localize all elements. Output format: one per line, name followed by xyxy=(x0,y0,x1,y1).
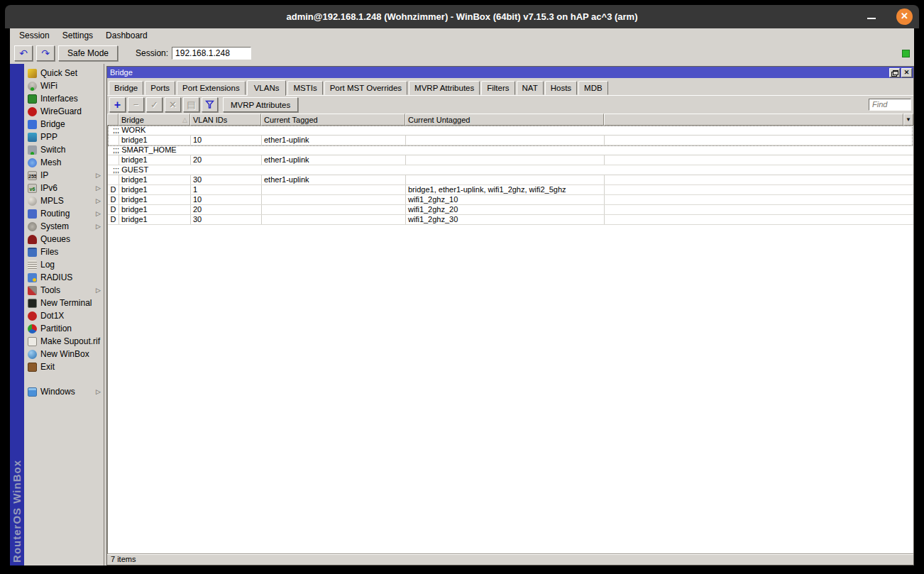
cell-filler xyxy=(605,205,913,214)
bridge-window-titlebar[interactable]: Bridge ✕ xyxy=(107,67,913,78)
minimize-button[interactable] xyxy=(861,5,882,28)
sidebar-item-ipv6[interactable]: v6IPv6▷ xyxy=(24,182,104,194)
tab-port-extensions[interactable]: Port Extensions xyxy=(177,81,246,95)
sidebar-item-ip[interactable]: 255IP▷ xyxy=(24,169,104,182)
cell-current-untagged: wifi1_2ghz_20 xyxy=(406,205,605,214)
table-row[interactable]: Dbridge120wifi1_2ghz_20 xyxy=(108,205,913,215)
session-input[interactable]: 192.168.1.248 xyxy=(172,47,251,60)
sidebar-item-partition[interactable]: Partition xyxy=(24,322,104,335)
sidebar-item-dot1x[interactable]: Dot1X xyxy=(24,309,104,322)
os-window-title: admin@192.168.1.248 (Wohnzimmer) - WinBo… xyxy=(5,5,919,28)
sidebar-item-system[interactable]: System▷ xyxy=(24,220,104,233)
sidebar-item-bridge[interactable]: Bridge xyxy=(24,118,104,131)
bridge-icon xyxy=(28,120,37,129)
sidebar-item-label: WireGuard xyxy=(40,106,82,116)
files-icon xyxy=(28,248,37,257)
safe-mode-button[interactable]: Safe Mode xyxy=(58,45,118,61)
table-row[interactable]: bridge110ether1-uplink xyxy=(108,136,913,145)
tab-hosts[interactable]: Hosts xyxy=(545,81,577,95)
sidebar-item-wireguard[interactable]: WireGuard xyxy=(24,105,104,118)
sidebar-item-label: Partition xyxy=(40,324,72,333)
table-row[interactable]: bridge120ether1-uplink xyxy=(108,155,913,165)
sidebar-item-label: Bridge xyxy=(40,119,65,129)
tab-bridge[interactable]: Bridge xyxy=(109,81,143,95)
sidebar-item-label: Exit xyxy=(40,362,55,372)
comment-row[interactable]: ;;; GUEST xyxy=(108,165,913,175)
table-row[interactable]: Dbridge130wifi1_2ghz_30 xyxy=(108,215,913,225)
sidebar-item-label: System xyxy=(40,221,69,231)
windows-icon xyxy=(28,387,37,397)
mesh-icon xyxy=(28,158,37,167)
sidebar-item-routing[interactable]: Routing▷ xyxy=(24,207,104,220)
sidebar-item-ppp[interactable]: PPP xyxy=(24,131,104,143)
comment-row[interactable]: ;;; SMART_HOME xyxy=(108,145,913,155)
submenu-arrow-icon: ▷ xyxy=(96,197,101,204)
comment-button[interactable]: ▤ xyxy=(183,97,199,112)
sidebar-item-exit[interactable]: Exit xyxy=(24,360,104,373)
column-header-current-untagged[interactable]: Current Untagged xyxy=(405,114,604,126)
column-header-vlan-ids[interactable]: VLAN IDs xyxy=(190,114,261,126)
tab-nat[interactable]: NAT xyxy=(517,81,544,95)
close-button[interactable]: ✕ xyxy=(896,9,913,25)
mvrp-attributes-button[interactable]: MVRP Attributes xyxy=(223,97,298,112)
sidebar-item-label: Mesh xyxy=(40,158,61,167)
disable-button[interactable]: ✕ xyxy=(165,97,181,112)
tab-ports[interactable]: Ports xyxy=(145,81,175,95)
cell-bridge: bridge1 xyxy=(119,136,191,145)
column-header-bridge[interactable]: Bridge△ xyxy=(119,114,190,126)
sidebar-item-tools[interactable]: Tools▷ xyxy=(24,284,104,297)
mpls-icon xyxy=(28,197,37,206)
table-row[interactable]: Dbridge110wifi1_2ghz_10 xyxy=(108,195,913,205)
sidebar-item-label: WiFi xyxy=(40,81,57,91)
sidebar-item-queues[interactable]: Queues xyxy=(24,233,104,245)
cell-vlan-ids: 1 xyxy=(191,185,262,194)
submenu-arrow-icon: ▷ xyxy=(96,388,101,395)
os-titlebar[interactable]: admin@192.168.1.248 (Wohnzimmer) - WinBo… xyxy=(5,5,919,28)
ip-icon: 255 xyxy=(28,171,37,180)
redo-icon: ↷ xyxy=(41,48,50,59)
sidebar-item-new-winbox[interactable]: New WinBox xyxy=(24,348,104,360)
sidebar-item-files[interactable]: Files xyxy=(24,245,104,258)
sidebar-item-interfaces[interactable]: Interfaces xyxy=(24,92,104,105)
sidebar-item-log[interactable]: Log xyxy=(24,258,104,271)
menu-dashboard[interactable]: Dashboard xyxy=(99,29,154,42)
remove-button[interactable]: − xyxy=(128,97,144,112)
cell-filler xyxy=(605,185,913,194)
menubar: SessionSettingsDashboard xyxy=(10,28,914,43)
tab-mstis[interactable]: MSTIs xyxy=(287,81,322,95)
tab-vlans[interactable]: VLANs xyxy=(247,80,287,96)
sidebar-items: Quick SetWiFiInterfacesWireGuardBridgePP… xyxy=(24,67,104,398)
cell-flags xyxy=(108,155,119,165)
sidebar-item-mesh[interactable]: Mesh xyxy=(24,156,104,169)
sidebar-item-make-supout-rif[interactable]: Make Supout.rif xyxy=(24,335,104,348)
sidebar-item-mpls[interactable]: MPLS▷ xyxy=(24,194,104,207)
tab-mvrp-attributes[interactable]: MVRP Attributes xyxy=(409,81,480,95)
make-supout-icon xyxy=(28,337,37,346)
column-select-button[interactable]: ▼ xyxy=(903,114,913,126)
sidebar-item-new-terminal[interactable]: New Terminal xyxy=(24,297,104,309)
table-row[interactable]: Dbridge11bridge1, ether1-uplink, wifi1_2… xyxy=(108,185,913,195)
table-row[interactable]: bridge130ether1-uplink xyxy=(108,175,913,185)
filter-button[interactable] xyxy=(202,97,218,112)
enable-button[interactable]: ✓ xyxy=(146,97,163,112)
comment-row[interactable]: ;;; WORK xyxy=(108,126,913,136)
sidebar-item-wifi[interactable]: WiFi xyxy=(24,79,104,92)
tab-mdb[interactable]: MDB xyxy=(578,81,608,95)
tab-filters[interactable]: Filters xyxy=(481,81,515,95)
menu-session[interactable]: Session xyxy=(13,29,56,42)
find-input[interactable]: Find xyxy=(869,99,911,111)
menu-settings[interactable]: Settings xyxy=(56,29,99,42)
sidebar-item-quick-set[interactable]: Quick Set xyxy=(24,67,104,79)
tab-port-mst-overrides[interactable]: Port MST Overrides xyxy=(324,81,407,95)
redo-button[interactable]: ↷ xyxy=(36,45,55,61)
window-close-button[interactable]: ✕ xyxy=(901,68,912,77)
sidebar-item-windows[interactable]: Windows▷ xyxy=(24,385,104,398)
add-button[interactable]: + xyxy=(109,97,126,112)
column-header-flags[interactable] xyxy=(107,114,119,126)
column-header-current-tagged[interactable]: Current Tagged xyxy=(261,114,405,126)
restore-button[interactable] xyxy=(889,68,900,77)
sidebar-item-switch[interactable]: Switch xyxy=(24,143,104,156)
cell-current-untagged xyxy=(406,175,605,184)
undo-button[interactable]: ↶ xyxy=(14,45,33,61)
sidebar-item-radius[interactable]: RADIUS xyxy=(24,271,104,284)
